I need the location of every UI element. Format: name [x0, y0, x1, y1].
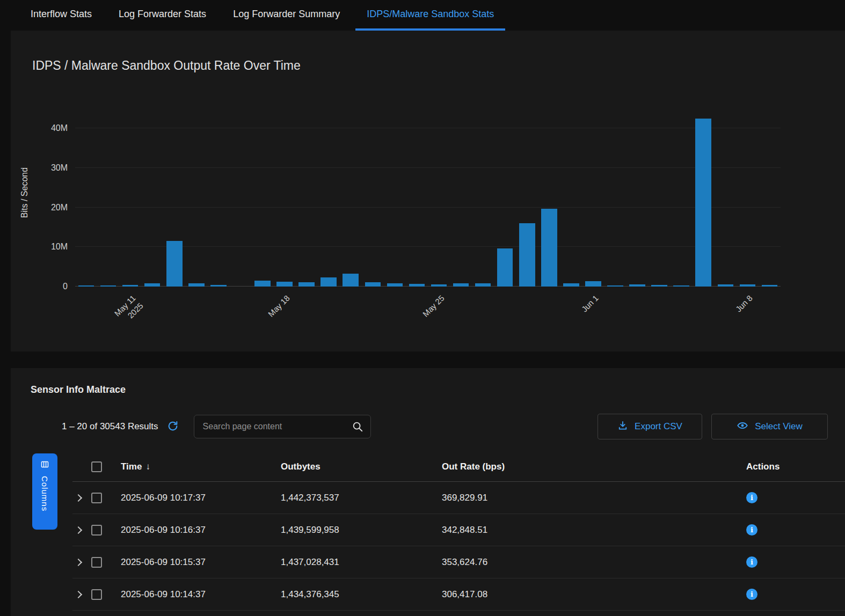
table-row: 2025-06-09 10:15:37 1,437,028,431 353,62… — [72, 546, 845, 578]
tab-interflow-stats[interactable]: Interflow Stats — [19, 0, 103, 31]
expand-row-chevron-icon[interactable] — [75, 590, 82, 598]
chart-bar-jun-2[interactable] — [607, 285, 623, 287]
chart-bar-jun-5[interactable] — [673, 285, 689, 287]
tab-log-forwarder-summary[interactable]: Log Forwarder Summary — [222, 0, 351, 31]
chart-bar-may-15[interactable] — [210, 285, 227, 287]
gridline — [75, 128, 781, 128]
chart-bar-may-19[interactable] — [298, 282, 315, 287]
row-expander-cell — [72, 592, 91, 597]
chart-bar-may-23[interactable] — [387, 283, 403, 287]
row-expander-cell — [72, 527, 91, 533]
chart-bar-may-24[interactable] — [409, 284, 425, 287]
columns-button[interactable]: Columns — [32, 453, 57, 530]
y-axis-tick-label: 30M — [51, 163, 68, 173]
cell-out-rate: 306,417.08 — [442, 589, 742, 600]
chart-bar-may-9[interactable] — [78, 285, 94, 287]
refresh-icon — [167, 420, 179, 434]
column-header-time[interactable]: Time ↓ — [121, 461, 281, 472]
chart-bar-may-12[interactable] — [144, 283, 161, 287]
select-all-checkbox[interactable] — [91, 461, 102, 472]
chart-bar-may-28[interactable] — [497, 248, 513, 287]
chart-bar-may-26[interactable] — [453, 283, 469, 287]
expand-row-chevron-icon[interactable] — [75, 558, 82, 566]
row-checkbox[interactable] — [91, 557, 102, 568]
chart-bar-may-25[interactable] — [431, 284, 447, 287]
chart-bar-may-29[interactable] — [519, 223, 535, 287]
output-rate-chart-plot: Bits / Second 010M20M30M40MMay 112025May… — [75, 99, 781, 287]
chart-bar-jun-6[interactable] — [695, 119, 711, 287]
chart-bar-may-22[interactable] — [365, 282, 381, 287]
cell-out-rate: 369,829.91 — [442, 493, 742, 503]
search-input[interactable] — [194, 415, 371, 438]
x-axis-tick-label: May 112025 — [130, 293, 156, 314]
expand-row-chevron-icon[interactable] — [75, 494, 82, 501]
row-checkbox-cell — [91, 493, 121, 503]
time-header-label: Time — [121, 461, 142, 472]
search-icon[interactable] — [352, 421, 363, 435]
sort-desc-icon: ↓ — [145, 461, 150, 472]
table-row: 2025-06-09 10:14:37 1,434,376,345 306,41… — [72, 578, 845, 611]
cell-time: 2025-06-09 10:17:37 — [121, 493, 281, 503]
chart-bar-may-17[interactable] — [254, 281, 271, 287]
chart-bar-jun-7[interactable] — [718, 284, 734, 287]
row-checkbox[interactable] — [91, 589, 102, 600]
info-icon[interactable] — [746, 556, 757, 568]
cell-outbytes: 1,442,373,537 — [281, 493, 442, 503]
row-checkbox-cell — [91, 589, 121, 600]
chart-bar-may-13[interactable] — [166, 241, 183, 287]
chart-bar-may-20[interactable] — [320, 277, 337, 287]
download-icon — [617, 420, 628, 434]
row-checkbox[interactable] — [91, 525, 102, 536]
cell-time: 2025-06-09 10:14:37 — [121, 589, 281, 600]
tab-idps-malware-sandbox-stats[interactable]: IDPS/Malware Sandbox Stats — [355, 0, 505, 31]
results-count: 1 – 20 of 30543 Results — [62, 421, 158, 432]
column-header-out-rate[interactable]: Out Rate (bps) — [442, 461, 742, 472]
info-icon[interactable] — [746, 524, 757, 536]
expand-row-chevron-icon[interactable] — [75, 526, 82, 533]
chart-bar-jun-4[interactable] — [651, 285, 667, 287]
table-controls: 1 – 20 of 30543 Results — [62, 414, 828, 439]
row-checkbox[interactable] — [91, 493, 102, 503]
chart-bar-jun-3[interactable] — [629, 284, 645, 287]
y-axis-tick-label: 10M — [51, 242, 68, 252]
table-header-row: Time ↓ Outbytes Out Rate (bps) Actions — [72, 452, 845, 482]
y-axis-tick-label: 40M — [51, 123, 68, 133]
table-row: 2025-06-09 10:16:37 1,439,599,958 342,84… — [72, 514, 845, 546]
chart-bar-may-30[interactable] — [541, 209, 557, 287]
table-row: 2025-06-09 10:17:37 1,442,373,537 369,82… — [72, 482, 845, 514]
info-icon[interactable] — [746, 589, 757, 600]
chart-bar-may-11[interactable] — [122, 285, 139, 287]
x-axis-tick-label: Jun 8 — [747, 293, 767, 304]
columns-button-label: Columns — [40, 476, 49, 511]
chart-bar-jun-1[interactable] — [585, 281, 601, 287]
row-actions-cell — [742, 492, 845, 503]
refresh-button[interactable] — [167, 420, 179, 434]
chart-bar-jun-9[interactable] — [762, 285, 778, 287]
export-csv-button[interactable]: Export CSV — [598, 414, 702, 439]
chart-bar-may-21[interactable] — [343, 274, 359, 287]
sensor-info-table: Time ↓ Outbytes Out Rate (bps) Actions 2… — [72, 452, 845, 611]
chart-bar-may-31[interactable] — [563, 283, 579, 287]
header-checkbox-cell — [91, 461, 121, 472]
row-checkbox-cell — [91, 557, 121, 568]
chart-bar-may-27[interactable] — [475, 283, 491, 287]
select-view-button[interactable]: Select View — [711, 414, 828, 439]
tab-log-forwarder-stats[interactable]: Log Forwarder Stats — [107, 0, 217, 31]
y-axis-tick-label: 0 — [63, 282, 68, 291]
results-group: 1 – 20 of 30543 Results — [62, 420, 179, 434]
chart-bar-may-18[interactable] — [276, 282, 293, 287]
row-expander-cell — [72, 495, 91, 501]
y-axis-title: Bits / Second — [19, 99, 30, 287]
x-axis-tick-label: Jun 1 — [593, 293, 613, 304]
stats-tabbar: Interflow Stats Log Forwarder Stats Log … — [0, 0, 845, 31]
info-icon[interactable] — [746, 492, 757, 503]
x-axis-tick-label: May 18 — [285, 293, 311, 304]
gridline — [75, 207, 781, 208]
x-axis-tick-label: May 25 — [439, 293, 465, 304]
chart-title: IDPS / Malware Sandbox Output Rate Over … — [11, 31, 845, 73]
chart-bar-may-14[interactable] — [188, 283, 205, 287]
chart-bar-may-10[interactable] — [100, 285, 116, 287]
column-header-outbytes[interactable]: Outbytes — [281, 461, 442, 472]
chart-bar-jun-8[interactable] — [740, 284, 756, 287]
row-actions-cell — [742, 524, 845, 536]
